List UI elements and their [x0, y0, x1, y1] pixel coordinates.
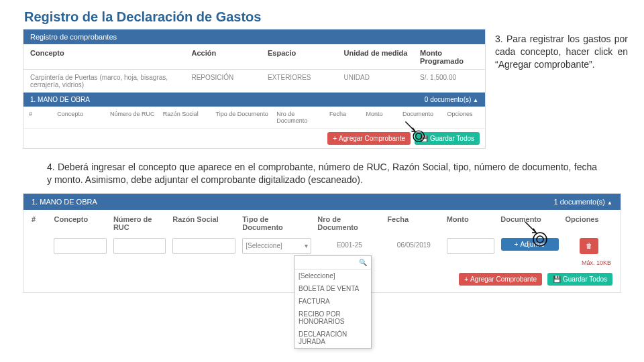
- bar-mano-label: 1. MANO DE OBRA: [30, 96, 90, 103]
- bar-mano-2-label: 1. MANO DE OBRA: [32, 198, 97, 206]
- button-row-1: +Agregar Comprobante 💾Guardar Todos: [23, 129, 485, 148]
- fecha-value: 06/05/2019: [388, 238, 440, 249]
- cell-concepto: Carpintería de Puertas (marco, hoja, bis…: [30, 74, 191, 88]
- sh-fecha: Fecha: [329, 111, 362, 124]
- dropdown-option[interactable]: RECIBO POR HONORARIOS: [294, 308, 371, 328]
- col-espacio: Espacio: [268, 49, 344, 65]
- tipo-documento-select[interactable]: [Seleccione]▾: [242, 238, 311, 254]
- bar-mano-2[interactable]: 1. MANO DE OBRA 1 documento(s) ▲: [23, 194, 621, 210]
- agregar-comprobante-button-2[interactable]: +Agregar Comprobante: [459, 273, 542, 286]
- concepto-input[interactable]: [54, 238, 106, 254]
- sh2-fecha: Fecha: [387, 215, 439, 231]
- sh-nrodoc: Nro de Documento: [276, 111, 325, 124]
- dropdown-option[interactable]: [Seleccione]: [294, 269, 371, 282]
- col-concepto: Concepto: [30, 49, 191, 65]
- col-accion: Acción: [191, 49, 268, 65]
- docs-count: 0 documento(s) ▲: [425, 96, 478, 103]
- monto-input[interactable]: [447, 238, 494, 254]
- search-icon: 🔍: [359, 259, 367, 266]
- nro-documento-value: E001-25: [318, 238, 381, 249]
- chevron-down-icon: ▾: [305, 242, 308, 249]
- delete-row-button[interactable]: 🗑: [580, 238, 598, 254]
- dropdown-option[interactable]: FACTURA: [294, 295, 371, 308]
- cell-unidad: UNIDAD: [344, 74, 421, 88]
- page-title: Registro de la Declaración de Gastos: [24, 9, 644, 25]
- hand-cursor-icon: [521, 221, 548, 247]
- sh2-num: #: [32, 215, 48, 231]
- form-row: [Seleccione]▾ E001-25 06/05/2019 +Adjunt…: [23, 235, 621, 258]
- svg-point-2: [533, 233, 547, 246]
- sh-razon: Razón Social: [163, 111, 212, 124]
- plus-icon: +: [333, 135, 337, 142]
- panel-mano-obra-2: 1. MANO DE OBRA 1 documento(s) ▲ # Conce…: [23, 193, 621, 293]
- sh2-nrodoc: Nro de Documento: [317, 215, 380, 231]
- step-4-text: 4. Deberá ingresar el concepto que apare…: [47, 161, 597, 186]
- sh2-ruc: Número de RUC: [113, 215, 166, 231]
- sh-opciones: Opciones: [447, 111, 480, 124]
- svg-point-1: [416, 133, 422, 139]
- plus-icon: +: [515, 241, 519, 248]
- sh2-razon: Razón Social: [172, 215, 235, 231]
- razon-social-input[interactable]: [172, 238, 235, 254]
- col-unidad: Unidad de medida: [344, 49, 421, 65]
- table-header: Concepto Acción Espacio Unidad de medida…: [23, 44, 485, 70]
- sh2-monto: Monto: [447, 215, 494, 231]
- col-monto: Monto Programado: [420, 49, 478, 65]
- dropdown-search[interactable]: 🔍: [294, 256, 371, 269]
- sh-tipo: Tipo de Documento: [215, 111, 272, 124]
- dropdown-option[interactable]: BOLETA DE VENTA: [294, 282, 371, 295]
- trash-icon: 🗑: [586, 242, 592, 249]
- chevron-up-icon: ▲: [473, 97, 478, 103]
- panel-registro: Registro de comprobantes Concepto Acción…: [23, 29, 486, 149]
- cell-monto: S/. 1,500.00: [420, 74, 478, 88]
- sh-monto: Monto: [366, 111, 398, 124]
- save-icon: 💾: [553, 276, 561, 283]
- table-row: Carpintería de Puertas (marco, hoja, bis…: [23, 70, 485, 93]
- cell-espacio: EXTERIORES: [268, 74, 344, 88]
- dropdown-option[interactable]: DECLARACIÓN JURADA: [294, 328, 371, 348]
- sh2-opciones: Opciones: [565, 215, 612, 231]
- tipo-documento-dropdown[interactable]: 🔍 [Seleccione] BOLETA DE VENTA FACTURA R…: [294, 255, 372, 349]
- agregar-comprobante-button[interactable]: +Agregar Comprobante: [327, 132, 411, 145]
- sh-num: #: [29, 111, 53, 124]
- sh2-tipo: Tipo de Documento: [242, 215, 311, 231]
- guardar-todos-button-2[interactable]: 💾Guardar Todos: [547, 273, 612, 286]
- hand-cursor-icon: [402, 119, 426, 143]
- cell-accion: REPOSICIÓN: [191, 74, 268, 88]
- plus-icon: +: [464, 276, 468, 283]
- svg-point-0: [413, 131, 424, 141]
- bar-registro-title: Registro de comprobantes: [23, 29, 485, 44]
- svg-point-3: [537, 236, 543, 243]
- bar-mano-obra[interactable]: 1. MANO DE OBRA 0 documento(s) ▲: [23, 93, 485, 107]
- sh2-concepto: Concepto: [54, 215, 107, 231]
- sh-ruc: Número de RUC: [110, 111, 159, 124]
- ruc-input[interactable]: [113, 238, 166, 254]
- docs-count-2: 1 documento(s) ▲: [554, 198, 612, 206]
- chevron-up-icon: ▲: [607, 200, 612, 206]
- sh-concepto: Concepto: [57, 111, 106, 124]
- callout-step-3: 3. Para registrar los gastos por cada co…: [495, 29, 628, 71]
